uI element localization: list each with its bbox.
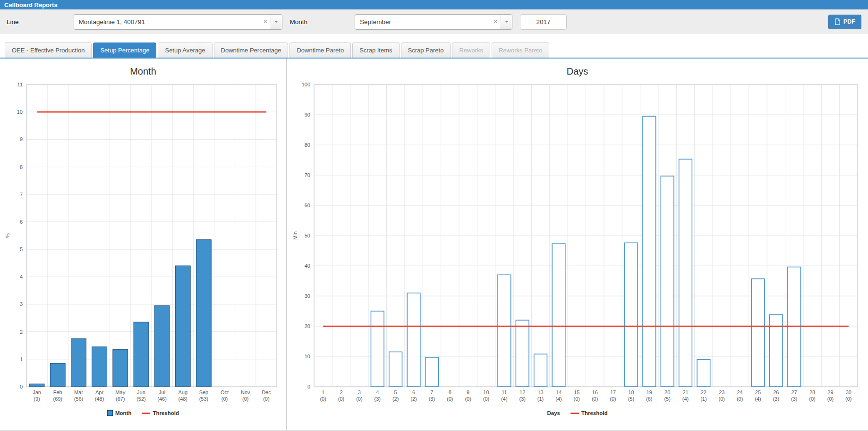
svg-text:(5): (5): [664, 396, 670, 402]
svg-text:Aug: Aug: [178, 389, 187, 395]
days-bar-26: [770, 315, 783, 387]
svg-text:Oct: Oct: [221, 389, 229, 395]
svg-text:(53): (53): [199, 396, 209, 402]
svg-text:8: 8: [20, 164, 23, 170]
pdf-file-icon: [834, 18, 841, 25]
tab-downtime-pareto[interactable]: Downtime Pareto: [289, 42, 351, 58]
svg-text:(3): (3): [429, 396, 435, 402]
month-legend-month[interactable]: Month: [107, 410, 131, 416]
svg-text:(6): (6): [646, 396, 652, 402]
svg-text:(2): (2): [392, 396, 399, 402]
legend-label: Month: [115, 410, 131, 416]
svg-text:40: 40: [305, 263, 310, 269]
svg-text:(5): (5): [628, 396, 634, 402]
svg-text:(0): (0): [574, 396, 580, 402]
svg-text:(0): (0): [719, 396, 725, 402]
month-bar-jul: [154, 305, 170, 387]
month-chart-panel: Month 01234567891011Jan(9)Feb(69)Mar(56)…: [0, 59, 287, 430]
month-bar-may: [113, 349, 128, 387]
tab-downtime-percentage[interactable]: Downtime Percentage: [214, 42, 289, 58]
svg-text:30: 30: [305, 293, 310, 299]
legend-label: Threshold: [153, 410, 179, 416]
month-select-value: September: [360, 18, 485, 25]
days-bar-13: [534, 354, 547, 387]
svg-text:20: 20: [305, 323, 310, 329]
days-bar-20: [661, 176, 674, 387]
svg-text:(4): (4): [501, 396, 507, 402]
svg-text:24: 24: [737, 389, 742, 395]
svg-text:23: 23: [719, 389, 724, 395]
svg-text:8: 8: [449, 389, 451, 395]
svg-text:(3): (3): [519, 396, 525, 402]
filter-bar: Line Montagelinie 1, 400791 × Month Sept…: [0, 9, 868, 34]
days-bar-6: [407, 293, 420, 387]
svg-text:9: 9: [467, 389, 469, 395]
days-bar-14: [552, 244, 565, 387]
svg-text:(0): (0): [338, 396, 344, 402]
svg-text:Feb: Feb: [53, 389, 62, 395]
svg-text:(3): (3): [791, 396, 797, 402]
svg-text:Dec: Dec: [262, 389, 271, 395]
year-input[interactable]: [520, 14, 567, 30]
svg-text:3: 3: [20, 301, 23, 307]
month-bar-sep: [196, 240, 212, 387]
month-legend-threshold[interactable]: Threshold: [142, 410, 179, 416]
svg-text:(0): (0): [827, 396, 834, 402]
month-chart-svg: 01234567891011Jan(9)Feb(69)Mar(56)Apr(48…: [3, 78, 283, 408]
svg-text:16: 16: [592, 389, 598, 395]
svg-text:(48): (48): [178, 396, 187, 402]
svg-text:(0): (0): [845, 396, 851, 402]
tab-scrap-pareto[interactable]: Scrap Pareto: [401, 42, 451, 58]
days-chart-title: Days: [290, 66, 864, 77]
line-dropdown-arrow-icon[interactable]: [271, 15, 282, 29]
svg-text:(3): (3): [773, 396, 779, 402]
line-clear-icon[interactable]: ×: [263, 15, 267, 29]
svg-text:7: 7: [20, 192, 23, 197]
line-label: Line: [7, 18, 19, 25]
days-bar-11: [498, 275, 511, 387]
tab-scrap-items[interactable]: Scrap Items: [352, 42, 399, 58]
svg-text:(48): (48): [95, 396, 104, 402]
tab-reworks: Reworks: [452, 42, 490, 58]
tab-bar: OEE - Effective ProductionSetup Percenta…: [0, 42, 868, 59]
svg-text:4: 4: [20, 274, 23, 279]
month-select[interactable]: September ×: [355, 14, 512, 30]
svg-text:0: 0: [20, 384, 23, 389]
month-clear-icon[interactable]: ×: [494, 15, 498, 29]
svg-text:17: 17: [610, 389, 616, 395]
tab-oee-effective-production[interactable]: OEE - Effective Production: [5, 42, 92, 58]
svg-text:100: 100: [302, 82, 310, 87]
days-chart-panel: Days 01020304050607080901001(0)2(0)3(0)4…: [287, 59, 868, 430]
tab-setup-percentage[interactable]: Setup Percentage: [93, 42, 156, 58]
svg-text:May: May: [115, 389, 125, 395]
svg-text:13: 13: [537, 389, 543, 395]
month-bar-apr: [92, 347, 107, 387]
line-select-value: Montagelinie 1, 400791: [79, 18, 255, 25]
svg-text:80: 80: [305, 142, 310, 148]
pdf-button[interactable]: PDF: [828, 15, 861, 29]
svg-text:(0): (0): [447, 396, 453, 402]
days-bar-7: [425, 357, 439, 387]
bar-swatch-icon: [107, 410, 113, 416]
svg-text:Jun: Jun: [137, 389, 145, 395]
days-legend-days[interactable]: Days: [547, 410, 560, 416]
svg-text:(0): (0): [356, 396, 362, 402]
svg-text:10: 10: [17, 109, 23, 115]
month-dropdown-arrow-icon[interactable]: [501, 15, 512, 29]
svg-text:Jul: Jul: [159, 389, 165, 395]
days-legend-threshold[interactable]: Threshold: [570, 410, 608, 416]
svg-text:10: 10: [305, 354, 310, 359]
svg-text:20: 20: [664, 389, 670, 395]
svg-text:(0): (0): [221, 396, 228, 402]
month-bar-jan: [29, 384, 44, 387]
legend-label: Threshold: [581, 410, 608, 416]
svg-text:2: 2: [20, 329, 23, 335]
svg-text:3: 3: [358, 389, 361, 395]
svg-text:(0): (0): [592, 396, 598, 402]
days-bar-12: [516, 320, 529, 387]
days-bar-4: [371, 311, 384, 387]
line-select[interactable]: Montagelinie 1, 400791 ×: [74, 14, 282, 30]
svg-text:(0): (0): [483, 396, 489, 402]
days-bar-22: [697, 359, 710, 387]
tab-setup-average[interactable]: Setup Average: [158, 42, 212, 58]
